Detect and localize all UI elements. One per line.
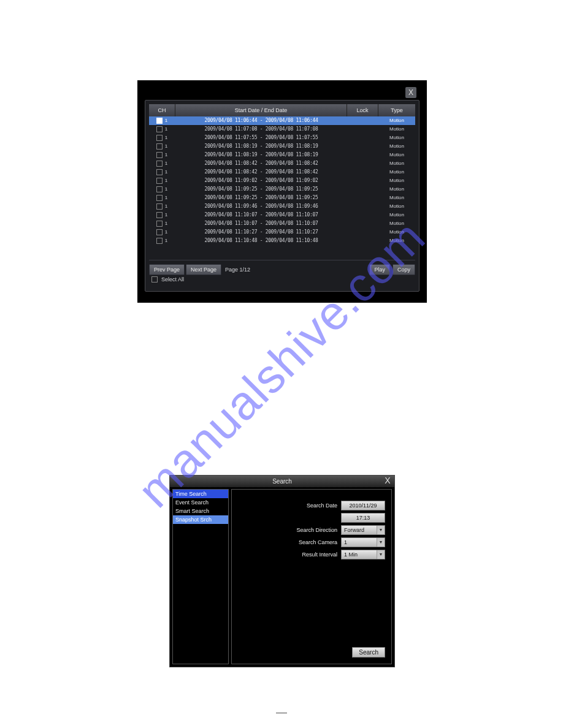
row-lock-value (348, 134, 378, 142)
row-ch-cell: 1 (149, 237, 175, 245)
row-ch-value: 1 (165, 168, 167, 176)
select-all-row[interactable]: Select All (151, 276, 184, 282)
table-row[interactable]: 12009/04/08 11:10:48 - 2009/04/08 11:10:… (149, 237, 415, 245)
table-row[interactable]: 12009/04/08 11:07:08 - 2009/04/08 11:07:… (149, 125, 415, 134)
row-checkbox[interactable] (156, 238, 163, 244)
prev-page-button[interactable]: Prev Page (149, 264, 185, 275)
row-lock-value (348, 151, 378, 159)
select-all-checkbox[interactable] (151, 276, 158, 282)
table-row[interactable]: 12009/04/08 11:08:42 - 2009/04/08 11:08:… (149, 168, 415, 176)
row-ch-value: 1 (165, 142, 167, 151)
row-type-value: Motion (378, 237, 415, 245)
chevron-down-icon: ▼ (377, 526, 385, 534)
row-type-value: Motion (378, 185, 415, 194)
dialog-title: Search X (170, 476, 394, 487)
search-camera-label: Search Camera (244, 539, 337, 545)
search-dialog: Search X Time SearchEvent SearchSmart Se… (169, 475, 395, 667)
table-row[interactable]: 12009/04/08 11:10:07 - 2009/04/08 11:10:… (149, 211, 415, 219)
row-checkbox[interactable] (156, 229, 163, 235)
table-row[interactable]: 12009/04/08 11:08:19 - 2009/04/08 11:08:… (149, 151, 415, 159)
row-type-value: Motion (378, 159, 415, 168)
table-row[interactable]: 12009/04/08 11:09:25 - 2009/04/08 11:09:… (149, 194, 415, 202)
row-ch-value: 1 (165, 116, 167, 125)
search-direction-value: Forward (342, 526, 377, 534)
table-row[interactable]: 12009/04/08 11:10:27 - 2009/04/08 11:10:… (149, 228, 415, 237)
sidebar-item[interactable]: Smart Search (173, 507, 228, 515)
row-checkbox[interactable] (156, 161, 163, 167)
table-row[interactable]: 12009/04/08 11:08:19 - 2009/04/08 11:08:… (149, 142, 415, 151)
result-interval-dropdown[interactable]: 1 Min ▼ (341, 550, 385, 559)
table-row[interactable]: 12009/04/08 11:06:44 - 2009/04/08 11:06:… (149, 116, 415, 125)
search-date-label: Search Date (244, 502, 337, 509)
row-checkbox[interactable] (156, 152, 163, 158)
event-table: CH Start Date / End Date Lock Type 12009… (149, 104, 415, 251)
table-row[interactable]: 12009/04/08 11:09:25 - 2009/04/08 11:09:… (149, 185, 415, 194)
row-date-value: 2009/04/08 11:09:25 - 2009/04/08 11:09:2… (175, 185, 348, 194)
row-ch-cell: 1 (149, 202, 175, 211)
search-direction-dropdown[interactable]: Forward ▼ (341, 525, 385, 535)
row-checkbox[interactable] (156, 143, 163, 150)
col-header-type: Type (378, 104, 415, 116)
sidebar-item[interactable]: Snapshot Srch (173, 515, 228, 524)
row-lock-value (348, 194, 378, 202)
row-date-value: 2009/04/08 11:09:02 - 2009/04/08 11:09:0… (175, 176, 348, 185)
row-checkbox[interactable] (156, 212, 163, 218)
row-ch-value: 1 (165, 125, 167, 134)
row-checkbox[interactable] (156, 178, 163, 184)
table-row[interactable]: 12009/04/08 11:08:42 - 2009/04/08 11:08:… (149, 159, 415, 168)
event-list-window: X CH Start Date / End Date Lock Type 120… (145, 100, 419, 292)
row-checkbox[interactable] (156, 169, 163, 175)
row-checkbox[interactable] (156, 221, 163, 227)
sidebar-item[interactable]: Event Search (173, 498, 228, 507)
chevron-down-icon: ▼ (377, 538, 385, 547)
row-ch-value: 1 (165, 237, 167, 245)
search-sidebar: Time SearchEvent SearchSmart SearchSnaps… (172, 489, 229, 664)
table-row[interactable]: 12009/04/08 11:09:46 - 2009/04/08 11:09:… (149, 202, 415, 211)
search-date-field[interactable]: 2010/11/29 (341, 501, 385, 510)
row-type-value: Motion (378, 151, 415, 159)
sidebar-item[interactable]: Time Search (173, 490, 228, 498)
row-checkbox[interactable] (156, 118, 163, 124)
row-lock-value (348, 142, 378, 151)
row-type-value: Motion (378, 194, 415, 202)
row-checkbox[interactable] (156, 135, 163, 141)
next-page-button[interactable]: Next Page (186, 264, 221, 275)
row-ch-cell: 1 (149, 142, 175, 151)
search-time-field[interactable]: 17:13 (341, 513, 385, 523)
row-lock-value (348, 176, 378, 185)
search-form-panel: Search Date 2010/11/29 17:13 Search Dire… (231, 489, 392, 664)
row-ch-value: 1 (165, 185, 167, 194)
row-lock-value (348, 219, 378, 228)
table-row[interactable]: 12009/04/08 11:07:55 - 2009/04/08 11:07:… (149, 134, 415, 142)
row-checkbox[interactable] (156, 126, 163, 132)
search-camera-dropdown[interactable]: 1 ▼ (341, 537, 385, 547)
table-row[interactable]: 12009/04/08 11:09:02 - 2009/04/08 11:09:… (149, 176, 415, 185)
row-checkbox[interactable] (156, 203, 163, 210)
row-lock-value (348, 168, 378, 176)
table-row[interactable]: 12009/04/08 11:10:07 - 2009/04/08 11:10:… (149, 219, 415, 228)
table-footer: Prev Page Next Page Page 1/12 Play Copy … (149, 260, 415, 287)
row-checkbox[interactable] (156, 195, 163, 201)
copy-button[interactable]: Copy (393, 264, 415, 275)
row-ch-value: 1 (165, 151, 167, 159)
select-all-label: Select All (161, 276, 184, 282)
col-header-date: Start Date / End Date (175, 104, 347, 116)
row-date-value: 2009/04/08 11:10:07 - 2009/04/08 11:10:0… (175, 211, 348, 219)
row-ch-cell: 1 (149, 159, 175, 168)
dialog-title-text: Search (272, 478, 292, 485)
row-checkbox[interactable] (156, 186, 163, 192)
close-icon[interactable]: X (383, 476, 393, 486)
row-date-value: 2009/04/08 11:08:42 - 2009/04/08 11:08:4… (175, 168, 348, 176)
play-button[interactable]: Play (369, 264, 390, 275)
page-indicator: Page 1/12 (225, 267, 250, 273)
row-date-value: 2009/04/08 11:08:19 - 2009/04/08 11:08:1… (175, 151, 348, 159)
close-button[interactable]: X (405, 87, 416, 98)
row-date-value: 2009/04/08 11:09:25 - 2009/04/08 11:09:2… (175, 194, 348, 202)
row-lock-value (348, 125, 378, 134)
row-ch-cell: 1 (149, 228, 175, 237)
search-button[interactable]: Search (352, 647, 385, 658)
row-type-value: Motion (378, 176, 415, 185)
row-date-value: 2009/04/08 11:06:44 - 2009/04/08 11:06:4… (175, 116, 348, 125)
row-ch-value: 1 (165, 194, 167, 202)
row-ch-cell: 1 (149, 125, 175, 134)
